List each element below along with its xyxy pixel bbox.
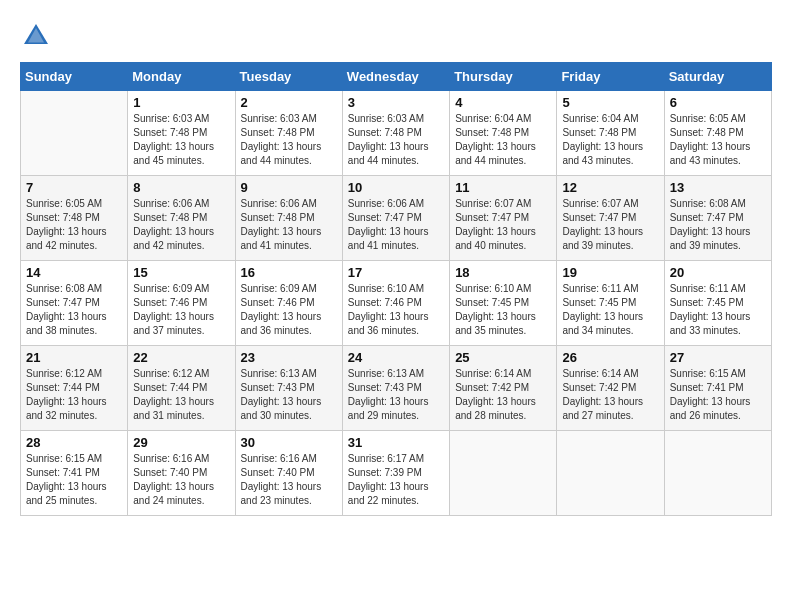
day-of-week-header: Saturday <box>664 63 771 91</box>
day-info: Sunrise: 6:05 AMSunset: 7:48 PMDaylight:… <box>26 197 122 253</box>
calendar-day-cell: 19Sunrise: 6:11 AMSunset: 7:45 PMDayligh… <box>557 261 664 346</box>
calendar-day-cell: 3Sunrise: 6:03 AMSunset: 7:48 PMDaylight… <box>342 91 449 176</box>
day-info: Sunrise: 6:03 AMSunset: 7:48 PMDaylight:… <box>241 112 337 168</box>
day-of-week-header: Wednesday <box>342 63 449 91</box>
day-info: Sunrise: 6:04 AMSunset: 7:48 PMDaylight:… <box>562 112 658 168</box>
day-info: Sunrise: 6:03 AMSunset: 7:48 PMDaylight:… <box>133 112 229 168</box>
calendar-header-row: SundayMondayTuesdayWednesdayThursdayFrid… <box>21 63 772 91</box>
calendar-day-cell: 20Sunrise: 6:11 AMSunset: 7:45 PMDayligh… <box>664 261 771 346</box>
calendar-day-cell: 30Sunrise: 6:16 AMSunset: 7:40 PMDayligh… <box>235 431 342 516</box>
day-number: 25 <box>455 350 551 365</box>
day-number: 5 <box>562 95 658 110</box>
day-number: 9 <box>241 180 337 195</box>
day-info: Sunrise: 6:14 AMSunset: 7:42 PMDaylight:… <box>455 367 551 423</box>
day-number: 2 <box>241 95 337 110</box>
calendar-day-cell: 22Sunrise: 6:12 AMSunset: 7:44 PMDayligh… <box>128 346 235 431</box>
day-number: 13 <box>670 180 766 195</box>
calendar-day-cell: 6Sunrise: 6:05 AMSunset: 7:48 PMDaylight… <box>664 91 771 176</box>
calendar-day-cell <box>557 431 664 516</box>
day-info: Sunrise: 6:07 AMSunset: 7:47 PMDaylight:… <box>562 197 658 253</box>
calendar-week-row: 14Sunrise: 6:08 AMSunset: 7:47 PMDayligh… <box>21 261 772 346</box>
day-info: Sunrise: 6:06 AMSunset: 7:47 PMDaylight:… <box>348 197 444 253</box>
day-number: 3 <box>348 95 444 110</box>
day-number: 23 <box>241 350 337 365</box>
day-info: Sunrise: 6:16 AMSunset: 7:40 PMDaylight:… <box>133 452 229 508</box>
day-info: Sunrise: 6:04 AMSunset: 7:48 PMDaylight:… <box>455 112 551 168</box>
day-of-week-header: Sunday <box>21 63 128 91</box>
day-info: Sunrise: 6:12 AMSunset: 7:44 PMDaylight:… <box>133 367 229 423</box>
day-info: Sunrise: 6:16 AMSunset: 7:40 PMDaylight:… <box>241 452 337 508</box>
day-number: 12 <box>562 180 658 195</box>
day-number: 26 <box>562 350 658 365</box>
day-number: 21 <box>26 350 122 365</box>
day-number: 27 <box>670 350 766 365</box>
logo <box>20 20 56 52</box>
day-number: 31 <box>348 435 444 450</box>
calendar-day-cell <box>21 91 128 176</box>
day-info: Sunrise: 6:11 AMSunset: 7:45 PMDaylight:… <box>670 282 766 338</box>
day-number: 8 <box>133 180 229 195</box>
day-number: 18 <box>455 265 551 280</box>
day-number: 7 <box>26 180 122 195</box>
calendar-day-cell: 23Sunrise: 6:13 AMSunset: 7:43 PMDayligh… <box>235 346 342 431</box>
calendar-day-cell: 25Sunrise: 6:14 AMSunset: 7:42 PMDayligh… <box>450 346 557 431</box>
calendar-week-row: 28Sunrise: 6:15 AMSunset: 7:41 PMDayligh… <box>21 431 772 516</box>
day-info: Sunrise: 6:08 AMSunset: 7:47 PMDaylight:… <box>26 282 122 338</box>
calendar-day-cell: 7Sunrise: 6:05 AMSunset: 7:48 PMDaylight… <box>21 176 128 261</box>
calendar-day-cell: 18Sunrise: 6:10 AMSunset: 7:45 PMDayligh… <box>450 261 557 346</box>
calendar-day-cell: 11Sunrise: 6:07 AMSunset: 7:47 PMDayligh… <box>450 176 557 261</box>
calendar-day-cell <box>664 431 771 516</box>
day-number: 10 <box>348 180 444 195</box>
day-info: Sunrise: 6:13 AMSunset: 7:43 PMDaylight:… <box>348 367 444 423</box>
day-info: Sunrise: 6:12 AMSunset: 7:44 PMDaylight:… <box>26 367 122 423</box>
day-of-week-header: Monday <box>128 63 235 91</box>
day-info: Sunrise: 6:17 AMSunset: 7:39 PMDaylight:… <box>348 452 444 508</box>
calendar-day-cell: 26Sunrise: 6:14 AMSunset: 7:42 PMDayligh… <box>557 346 664 431</box>
calendar-day-cell: 13Sunrise: 6:08 AMSunset: 7:47 PMDayligh… <box>664 176 771 261</box>
day-number: 22 <box>133 350 229 365</box>
day-info: Sunrise: 6:08 AMSunset: 7:47 PMDaylight:… <box>670 197 766 253</box>
page-header <box>20 20 772 52</box>
day-of-week-header: Thursday <box>450 63 557 91</box>
day-number: 15 <box>133 265 229 280</box>
day-number: 16 <box>241 265 337 280</box>
calendar-day-cell: 17Sunrise: 6:10 AMSunset: 7:46 PMDayligh… <box>342 261 449 346</box>
day-number: 4 <box>455 95 551 110</box>
day-info: Sunrise: 6:03 AMSunset: 7:48 PMDaylight:… <box>348 112 444 168</box>
calendar-day-cell: 9Sunrise: 6:06 AMSunset: 7:48 PMDaylight… <box>235 176 342 261</box>
calendar-week-row: 1Sunrise: 6:03 AMSunset: 7:48 PMDaylight… <box>21 91 772 176</box>
calendar-day-cell: 12Sunrise: 6:07 AMSunset: 7:47 PMDayligh… <box>557 176 664 261</box>
calendar-table: SundayMondayTuesdayWednesdayThursdayFrid… <box>20 62 772 516</box>
calendar-day-cell: 27Sunrise: 6:15 AMSunset: 7:41 PMDayligh… <box>664 346 771 431</box>
calendar-day-cell: 21Sunrise: 6:12 AMSunset: 7:44 PMDayligh… <box>21 346 128 431</box>
calendar-day-cell: 15Sunrise: 6:09 AMSunset: 7:46 PMDayligh… <box>128 261 235 346</box>
day-number: 19 <box>562 265 658 280</box>
calendar-day-cell: 5Sunrise: 6:04 AMSunset: 7:48 PMDaylight… <box>557 91 664 176</box>
calendar-day-cell: 4Sunrise: 6:04 AMSunset: 7:48 PMDaylight… <box>450 91 557 176</box>
day-number: 14 <box>26 265 122 280</box>
day-number: 20 <box>670 265 766 280</box>
day-info: Sunrise: 6:10 AMSunset: 7:45 PMDaylight:… <box>455 282 551 338</box>
calendar-day-cell <box>450 431 557 516</box>
calendar-day-cell: 24Sunrise: 6:13 AMSunset: 7:43 PMDayligh… <box>342 346 449 431</box>
day-info: Sunrise: 6:09 AMSunset: 7:46 PMDaylight:… <box>241 282 337 338</box>
calendar-week-row: 7Sunrise: 6:05 AMSunset: 7:48 PMDaylight… <box>21 176 772 261</box>
day-number: 17 <box>348 265 444 280</box>
calendar-day-cell: 14Sunrise: 6:08 AMSunset: 7:47 PMDayligh… <box>21 261 128 346</box>
day-info: Sunrise: 6:06 AMSunset: 7:48 PMDaylight:… <box>133 197 229 253</box>
day-of-week-header: Tuesday <box>235 63 342 91</box>
calendar-day-cell: 8Sunrise: 6:06 AMSunset: 7:48 PMDaylight… <box>128 176 235 261</box>
day-number: 6 <box>670 95 766 110</box>
day-info: Sunrise: 6:05 AMSunset: 7:48 PMDaylight:… <box>670 112 766 168</box>
day-of-week-header: Friday <box>557 63 664 91</box>
day-info: Sunrise: 6:10 AMSunset: 7:46 PMDaylight:… <box>348 282 444 338</box>
calendar-week-row: 21Sunrise: 6:12 AMSunset: 7:44 PMDayligh… <box>21 346 772 431</box>
day-info: Sunrise: 6:11 AMSunset: 7:45 PMDaylight:… <box>562 282 658 338</box>
day-number: 30 <box>241 435 337 450</box>
calendar-day-cell: 10Sunrise: 6:06 AMSunset: 7:47 PMDayligh… <box>342 176 449 261</box>
day-number: 28 <box>26 435 122 450</box>
day-number: 24 <box>348 350 444 365</box>
calendar-day-cell: 29Sunrise: 6:16 AMSunset: 7:40 PMDayligh… <box>128 431 235 516</box>
day-info: Sunrise: 6:15 AMSunset: 7:41 PMDaylight:… <box>26 452 122 508</box>
calendar-day-cell: 28Sunrise: 6:15 AMSunset: 7:41 PMDayligh… <box>21 431 128 516</box>
